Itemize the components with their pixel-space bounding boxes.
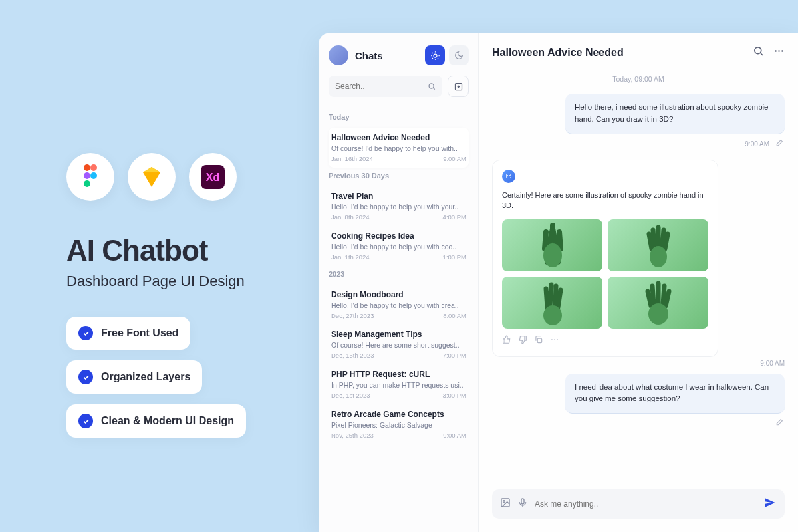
conversation-panel: Halloween Advice Needed Today, 09:00 AM … — [479, 33, 798, 532]
sidebar: Chats TodayHalloween Advice NeededOf cou… — [319, 33, 479, 532]
message-composer[interactable] — [492, 489, 785, 519]
svg-rect-21 — [537, 338, 541, 342]
svg-point-24 — [557, 339, 558, 340]
promo-subtitle: Dashboard Page UI Design — [66, 273, 306, 290]
generated-image[interactable] — [608, 277, 708, 329]
chat-list-item[interactable]: PHP HTTP Request: cURLIn PHP, you can ma… — [329, 364, 469, 404]
feature-pill: Free Font Used — [66, 317, 190, 350]
chat-item-preview: Pixel Pioneers: Galactic Salvage — [331, 421, 466, 429]
attach-image-icon[interactable] — [500, 497, 511, 511]
edit-message-icon[interactable] — [775, 138, 783, 150]
chat-item-preview: Hello! I'd be happy to help you with cre… — [331, 301, 466, 309]
copy-icon[interactable] — [534, 335, 543, 347]
chat-list-item[interactable]: Cooking Recipes IdeaHello! I'd be happy … — [329, 226, 469, 266]
chat-item-time: 1:00 PM — [443, 253, 466, 261]
sidebar-title: Chats — [355, 50, 418, 61]
feature-pill: Clean & Modern UI Design — [66, 404, 246, 438]
svg-point-10 — [755, 47, 761, 54]
chat-item-title: Travel Plan — [331, 192, 466, 201]
chat-list-item[interactable]: Halloween Advice NeededOf course! I'd be… — [329, 128, 469, 168]
svg-point-13 — [781, 50, 783, 52]
chat-item-date: Jan, 16th 2024 — [331, 155, 373, 162]
chat-list-item[interactable]: Retro Arcade Game ConceptsPixel Pioneers… — [329, 404, 469, 444]
thumbs-up-icon[interactable] — [502, 335, 511, 347]
chat-list-item[interactable]: Travel PlanHello! I'd be happy to help y… — [329, 186, 469, 226]
message-time: 9:00 AM — [760, 360, 785, 367]
bot-message-text: Certainly! Here are some illustration of… — [502, 190, 708, 211]
sketch-icon — [128, 153, 176, 201]
search-icon — [428, 82, 436, 91]
dark-mode-button[interactable] — [449, 45, 469, 65]
svg-point-22 — [551, 339, 553, 340]
promo-title: AI Chatbot — [66, 234, 306, 267]
generated-image[interactable] — [502, 219, 602, 271]
svg-point-7 — [434, 54, 437, 57]
search-conversation-icon[interactable] — [753, 45, 764, 59]
svg-point-23 — [554, 339, 555, 340]
chat-item-date: Jan, 1th 2024 — [331, 253, 370, 261]
chat-item-date: Dec, 1st 2023 — [331, 392, 370, 399]
chat-item-time: 3:00 PM — [443, 392, 466, 399]
section-label: 2023 — [329, 270, 469, 278]
svg-rect-27 — [521, 499, 524, 504]
send-button[interactable] — [763, 496, 777, 512]
light-mode-button[interactable] — [425, 45, 445, 65]
chat-item-date: Dec, 15th 2023 — [331, 352, 374, 359]
thumbs-down-icon[interactable] — [518, 335, 527, 347]
bot-message: Certainly! Here are some illustration of… — [492, 160, 718, 357]
chat-item-title: PHP HTTP Request: cURL — [331, 370, 466, 379]
generated-image[interactable] — [502, 277, 602, 329]
feature-label: Free Font Used — [101, 327, 178, 339]
svg-point-12 — [778, 50, 780, 52]
conversation-title: Halloween Advice Needed — [492, 47, 624, 59]
chat-item-date: Jan, 8th 2024 — [331, 213, 370, 221]
search-input[interactable] — [335, 82, 424, 91]
xd-icon: Xd — [189, 153, 237, 201]
svg-point-18 — [650, 246, 667, 267]
user-avatar[interactable] — [329, 45, 348, 65]
svg-point-19 — [543, 305, 562, 325]
chat-item-preview: Of course! Here are some short suggest.. — [331, 341, 466, 349]
chat-item-time: 7:00 PM — [443, 352, 466, 359]
chat-item-time: 8:00 AM — [443, 312, 466, 319]
more-options-icon[interactable] — [773, 45, 785, 59]
svg-point-11 — [775, 50, 777, 52]
svg-point-8 — [429, 84, 434, 88]
chat-app-window: Chats TodayHalloween Advice NeededOf cou… — [319, 33, 798, 532]
svg-point-14 — [507, 175, 508, 176]
svg-point-2 — [84, 172, 90, 179]
feature-pill: Organized Layers — [66, 360, 202, 394]
chat-list-item[interactable]: Design MoodboardHello! I'd be happy to h… — [329, 285, 469, 325]
svg-point-15 — [509, 175, 511, 176]
message-input[interactable] — [535, 499, 757, 509]
chat-item-preview: Hello! I'd be happy to help you with you… — [331, 203, 466, 211]
user-message: Hello there, i need some illustration ab… — [565, 94, 785, 134]
generated-image[interactable] — [608, 219, 708, 271]
chat-item-time: 4:00 PM — [443, 213, 466, 221]
check-icon — [78, 414, 93, 428]
edit-message-icon[interactable] — [775, 418, 783, 430]
chat-item-title: Retro Arcade Game Concepts — [331, 410, 466, 419]
voice-input-icon[interactable] — [517, 497, 528, 511]
more-icon[interactable] — [550, 335, 559, 347]
new-chat-button[interactable] — [448, 76, 469, 97]
section-label: Previous 30 Days — [329, 172, 469, 180]
svg-point-4 — [84, 180, 90, 187]
chat-list-item[interactable]: Sleep Management TipsOf course! Here are… — [329, 325, 469, 364]
svg-text:Xd: Xd — [206, 172, 219, 183]
svg-point-26 — [503, 501, 505, 503]
chat-item-title: Halloween Advice Needed — [331, 133, 466, 142]
svg-point-3 — [90, 172, 97, 179]
feature-label: Clean & Modern UI Design — [101, 415, 234, 427]
svg-point-17 — [543, 243, 562, 267]
bot-avatar-icon — [502, 170, 515, 183]
check-icon — [78, 370, 93, 384]
chat-item-date: Dec, 27th 2023 — [331, 312, 374, 319]
day-timestamp: Today, 09:00 AM — [492, 75, 785, 83]
chat-item-title: Design Moodboard — [331, 290, 466, 299]
svg-point-20 — [648, 303, 668, 325]
chat-item-time: 9:00 AM — [443, 155, 466, 162]
chat-item-preview: In PHP, you can make HTTP requests usi.. — [331, 381, 466, 389]
search-input-container[interactable] — [329, 76, 442, 97]
svg-point-0 — [84, 164, 90, 171]
